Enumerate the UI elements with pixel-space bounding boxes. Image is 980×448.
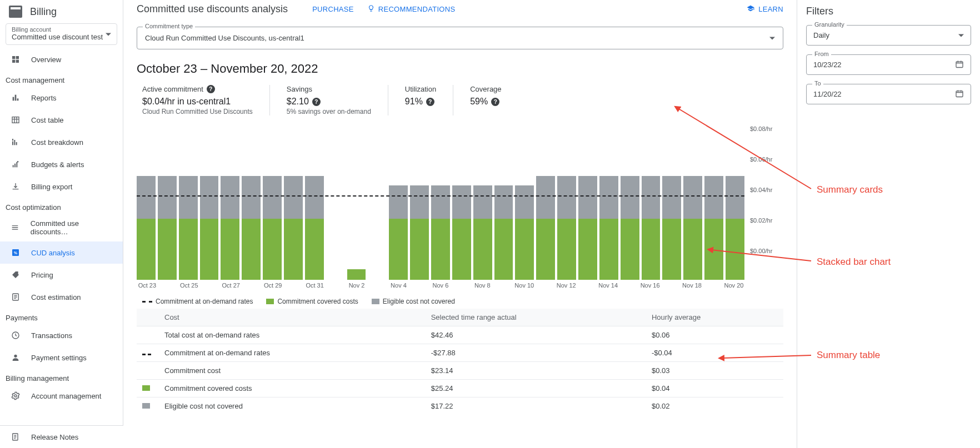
estimation-icon: [10, 291, 21, 303]
bar-Oct 31[interactable]: [305, 158, 324, 280]
bar-Oct 24[interactable]: [158, 158, 177, 280]
table-row: Total cost at on-demand rates$42.46$0.06: [137, 326, 783, 344]
sidebar-item-estimation[interactable]: Cost estimation: [0, 286, 123, 308]
bar-Oct 30[interactable]: [284, 158, 303, 280]
sidebar-section: Billing management: [0, 369, 123, 385]
bar-Oct 28[interactable]: [242, 158, 261, 280]
cud-icon: [10, 222, 21, 233]
bar-Oct 26[interactable]: [200, 158, 219, 280]
bar-Oct 27[interactable]: [221, 158, 239, 280]
sidebar-item-export[interactable]: Billing export: [0, 175, 123, 198]
purchase-link[interactable]: PURCHASE: [312, 5, 354, 13]
svg-rect-12: [13, 165, 14, 167]
sidebar-item-cud-analysis[interactable]: % CUD analysis: [0, 241, 123, 264]
bar-Nov 3[interactable]: [368, 158, 387, 280]
bar-Nov 10[interactable]: [515, 158, 534, 280]
bar-Nov 11[interactable]: [536, 158, 555, 280]
sidebar-item-label: Release Notes: [31, 433, 78, 441]
svg-rect-10: [12, 139, 13, 140]
commitment-type-selector[interactable]: Commitment type Cloud Run Committed Use …: [137, 27, 783, 49]
recommendations-link[interactable]: RECOMMENDATIONS: [367, 4, 456, 14]
summary-table: CostSelected time range actualHourly ave…: [137, 309, 783, 415]
bar-Nov 16[interactable]: [642, 158, 661, 280]
sidebar-item-overview[interactable]: Overview: [0, 48, 123, 71]
to-date-input[interactable]: To 11/20/22: [806, 84, 971, 104]
sidebar-item-transactions[interactable]: Transactions: [0, 324, 123, 346]
bar-Nov 7[interactable]: [452, 158, 471, 280]
help-icon[interactable]: ?: [491, 98, 499, 106]
sidebar-item-cost-table[interactable]: Cost table: [0, 109, 123, 131]
bar-Oct 23[interactable]: [137, 158, 156, 280]
from-date-input[interactable]: From 10/23/22: [806, 54, 971, 75]
bar-Nov 14[interactable]: [599, 158, 618, 280]
svg-rect-4: [13, 97, 14, 101]
sidebar-item-account-mgmt[interactable]: Account management: [0, 385, 123, 407]
learn-link[interactable]: LEARN: [746, 4, 783, 14]
bar-Nov 6[interactable]: [431, 158, 450, 280]
sidebar-item-pricing[interactable]: Pricing: [0, 264, 123, 286]
calendar-icon: [955, 59, 964, 70]
bar-Oct 25[interactable]: [179, 158, 198, 280]
export-icon: [10, 181, 21, 192]
svg-rect-8: [12, 142, 13, 145]
bar-Nov 20[interactable]: [726, 158, 744, 280]
svg-rect-6: [17, 98, 19, 100]
granularity-selector[interactable]: Granularity Daily: [806, 25, 971, 46]
help-icon[interactable]: ?: [426, 98, 434, 106]
sidebar-item-payment-settings[interactable]: Payment settings: [0, 346, 123, 369]
bar-Nov 15[interactable]: [621, 158, 639, 280]
bar-Nov 1[interactable]: [326, 158, 345, 280]
bar-Nov 8[interactable]: [473, 158, 492, 280]
lightbulb-icon: [367, 4, 375, 14]
sidebar-item-label: Pricing: [31, 271, 53, 279]
svg-rect-5: [15, 95, 17, 101]
sidebar-item-cost-breakdown[interactable]: Cost breakdown: [0, 131, 123, 153]
bar-Nov 5[interactable]: [410, 158, 429, 280]
bar-Nov 4[interactable]: [389, 158, 408, 280]
commitment-type-value: Cloud Run Committed Use Discounts, us-ce…: [145, 34, 304, 42]
top-bar: Committed use discounts analysis PURCHAS…: [123, 0, 797, 19]
svg-point-21: [14, 395, 17, 397]
svg-rect-23: [956, 61, 963, 67]
sidebar-item-label: Reports: [31, 94, 57, 102]
sidebar-item-label: Overview: [31, 56, 61, 64]
sidebar-item-release-notes[interactable]: Release Notes: [0, 426, 123, 448]
help-icon[interactable]: ?: [207, 85, 215, 93]
svg-rect-1: [16, 56, 19, 59]
svg-rect-7: [12, 117, 19, 123]
bar-Nov 18[interactable]: [683, 158, 702, 280]
bar-Nov 12[interactable]: [557, 158, 576, 280]
sidebar-item-reports[interactable]: Reports: [0, 87, 123, 109]
sidebar-section: Payments: [0, 308, 123, 324]
table-row: Commitment covered costs$25.24$0.04: [137, 380, 783, 397]
page-title: Committed use discounts analysis: [137, 3, 288, 15]
sidebar-item-label: Committed use discounts…: [31, 219, 113, 236]
sidebar-title: Billing: [30, 6, 57, 18]
help-icon[interactable]: ?: [312, 98, 321, 106]
billing-account-selector[interactable]: Billing account Committed use discount t…: [6, 23, 117, 45]
sidebar: Billing Billing account Committed use di…: [0, 0, 123, 448]
chart-legend: Commitment at on-demand rates Commitment…: [142, 298, 783, 305]
bar-Nov 9[interactable]: [494, 158, 513, 280]
table-row: Commitment cost$23.14$0.03: [137, 362, 783, 380]
active-commitment-sub: Cloud Run Committed Use Discounts: [142, 108, 253, 115]
chevron-down-icon: [769, 37, 775, 39]
svg-rect-2: [12, 60, 15, 63]
sidebar-item-cud[interactable]: Committed use discounts…: [0, 214, 123, 241]
bar-Nov 17[interactable]: [662, 158, 681, 280]
bar-Nov 19[interactable]: [704, 158, 723, 280]
savings-value: $2.10: [287, 97, 309, 107]
coverage-value: 59%: [470, 97, 488, 107]
bar-Nov 2[interactable]: [347, 158, 366, 280]
sidebar-item-budgets[interactable]: Budgets & alerts: [0, 153, 123, 175]
chevron-down-icon: [958, 34, 964, 37]
cud-analysis-icon: %: [10, 247, 21, 258]
sidebar-section: Cost optimization: [0, 198, 123, 214]
sidebar-item-label: Cost breakdown: [31, 138, 83, 147]
table-row: Commitment at on-demand rates-$27.88-$0.…: [137, 344, 783, 362]
bar-Nov 13[interactable]: [578, 158, 597, 280]
svg-rect-3: [16, 60, 19, 63]
svg-point-15: [17, 161, 19, 163]
commitment-type-label: Commitment type: [143, 23, 195, 29]
bar-Oct 29[interactable]: [263, 158, 282, 280]
